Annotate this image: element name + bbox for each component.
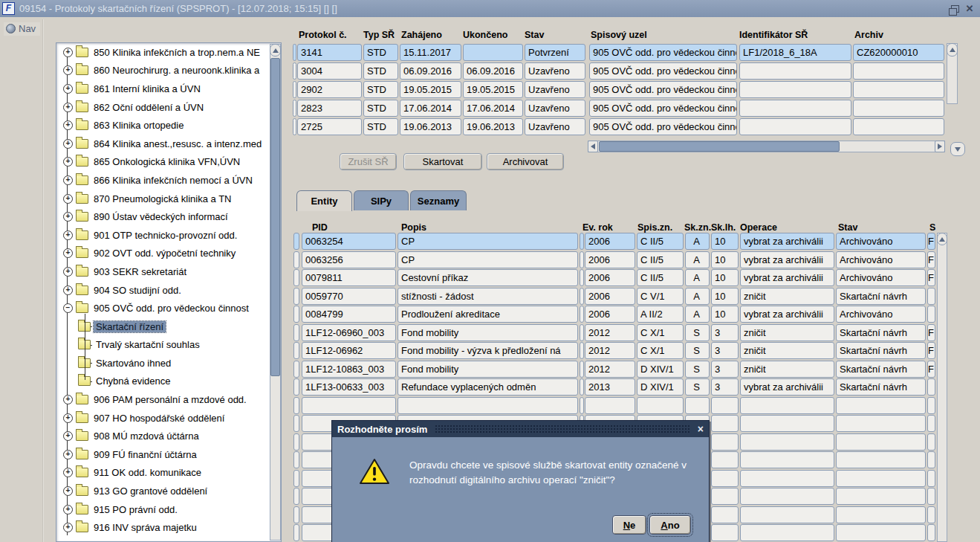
entity-cell[interactable]: 3 [711,378,739,396]
protocols-scroll-left-button[interactable] [588,141,598,152]
entity-cell[interactable]: A [685,306,710,323]
protocol-cell[interactable] [739,81,851,98]
expand-icon[interactable]: + [63,450,73,459]
row-gutter[interactable] [293,62,296,80]
protocol-cell[interactable]: 19.05.2015 [463,81,523,98]
protocol-cell[interactable]: 2725 [297,118,362,135]
entity-cell[interactable] [711,470,739,487]
protocol-cell[interactable]: 17.06.2014 [463,100,523,117]
entity-cell[interactable]: 3 [711,324,739,341]
entity-cell[interactable]: 3 [711,342,739,359]
row-gutter[interactable] [293,251,299,268]
entity-cell[interactable]: 0063254 [302,233,396,250]
protocol-cell[interactable]: 06.09.2016 [463,62,523,80]
entity-cell[interactable] [836,397,926,414]
row-gutter[interactable] [293,470,299,487]
entity-cell[interactable] [740,506,834,523]
entity-cell[interactable] [711,397,739,414]
tree-item[interactable]: −905 OVČ odd. pro vědeckou činnost [56,299,269,317]
entity-cell[interactable] [740,433,834,451]
row-gutter[interactable] [293,233,299,250]
entity-cell[interactable] [836,433,926,451]
entity-cell[interactable]: Skartační návrh [836,324,926,341]
tree-scroll-up-button[interactable] [270,44,281,57]
tree-item[interactable]: Chybná evidence [56,372,269,391]
tree-item[interactable]: +860 Neurochirurg. a neuroonk.klinika a [56,62,269,80]
entity-cell[interactable]: Prodloužení akreditace [397,306,578,323]
entity-cell[interactable]: CP [397,251,578,268]
expand-icon[interactable]: + [63,48,73,57]
entity-cell[interactable]: 0084799 [302,306,396,323]
expand-icon[interactable]: + [63,413,73,423]
entity-cell[interactable]: A [685,233,710,250]
tab-seznamy[interactable]: Seznamy [410,190,467,210]
entity-cell[interactable]: 2006 [585,251,635,268]
protocol-cell[interactable]: 19.06.2013 [400,118,461,135]
row-gutter[interactable] [580,251,584,268]
entity-cell[interactable]: C V/1 [637,288,684,305]
expand-icon[interactable]: + [63,248,73,258]
expand-icon[interactable]: + [63,285,73,295]
entity-cell[interactable]: Fond mobility [397,324,578,341]
expand-icon[interactable]: + [63,212,73,222]
entity-cell[interactable]: F [927,361,935,378]
entity-cell[interactable]: Skartační návrh [836,378,926,396]
protocol-cell[interactable] [853,81,944,98]
entity-cell[interactable]: C X/1 [637,324,684,341]
entity-cell[interactable] [740,470,834,487]
entity-cell[interactable]: 1LF12-06962 [302,342,396,359]
row-gutter[interactable] [293,324,299,341]
expand-icon[interactable]: + [63,431,73,441]
protocol-cell[interactable] [853,118,944,135]
protocols-hscrollbar-thumb[interactable] [599,141,840,152]
entity-cell[interactable]: A [685,251,710,268]
entity-cell[interactable] [836,451,926,468]
protocol-cell[interactable]: LF1/2018_6_18A [739,44,851,61]
entity-cell[interactable]: C X/1 [637,342,684,359]
expand-icon[interactable]: + [63,468,73,477]
protocol-cell[interactable]: 905 OVČ odd. pro vědeckou činnost [589,100,737,117]
protocol-cell[interactable] [739,100,851,117]
tree-item[interactable]: +906 PAM personální a mzdové odd. [56,390,269,409]
entity-cell[interactable] [585,397,635,414]
entity-cell[interactable] [927,306,935,323]
entity-cell[interactable]: D XIV/1 [637,378,684,396]
nav-toggle[interactable]: Nav [4,22,40,36]
ano-button[interactable]: Ano [649,515,691,535]
collapse-icon[interactable]: − [63,303,73,313]
row-gutter[interactable] [293,342,299,359]
protocol-cell[interactable]: 19.05.2015 [400,81,461,98]
tree-item[interactable]: +861 Interní klinika a ÚVN [56,80,269,98]
tree-item[interactable]: +865 Onkologická klinika VFN,ÚVN [56,153,269,172]
entity-cell[interactable]: A [685,269,710,286]
row-gutter[interactable] [293,415,299,432]
entity-cell[interactable] [711,488,739,505]
entity-cell[interactable]: F [927,233,935,250]
entity-cell[interactable] [711,433,739,451]
entity-cell[interactable]: Skartační návrh [836,342,926,359]
entity-cell[interactable] [302,397,396,414]
protocols-scroll-right-button[interactable] [935,141,945,152]
protocol-cell[interactable]: Uzavřeno [525,118,585,135]
row-gutter[interactable] [293,288,299,305]
row-gutter[interactable] [293,488,299,505]
entity-cell[interactable]: 2013 [585,378,635,396]
tree-item[interactable]: +902 OVT odd. výpočetní techniky [56,245,269,263]
protocol-cell[interactable]: 15.11.2017 [400,44,461,61]
entity-cell[interactable]: 10 [711,269,739,286]
archivovat-button[interactable]: Archivovat [487,153,564,170]
entity-cell[interactable]: D XIV/1 [637,361,684,378]
entity-cell[interactable] [711,415,739,432]
entity-cell[interactable]: 2006 [585,233,635,250]
protocol-cell[interactable]: 19.06.2013 [463,118,523,135]
entity-cell[interactable]: 2006 [585,288,635,305]
entity-cell[interactable]: 2006 [585,269,635,286]
tree-scrollbar-thumb[interactable] [270,58,280,376]
protocol-cell[interactable]: 2823 [297,100,362,117]
protocol-cell[interactable]: 3141 [297,44,362,61]
entity-cell[interactable] [740,488,834,505]
tree-item[interactable]: +913 GO grantové oddělení [56,482,269,500]
protocol-cell[interactable]: STD [363,44,398,61]
protocol-cell[interactable]: STD [363,81,398,98]
entity-cell[interactable]: 10 [711,306,739,323]
